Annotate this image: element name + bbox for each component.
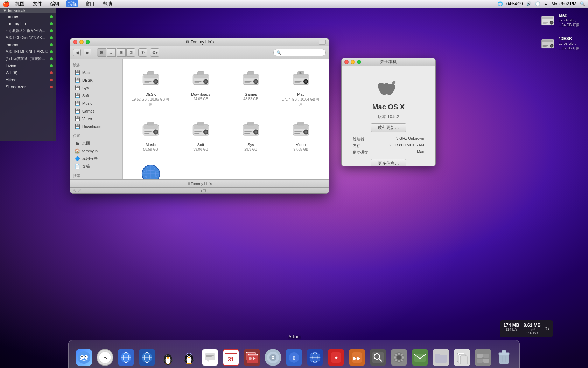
gear-button[interactable]: ⚙▾ bbox=[150, 48, 159, 57]
sidebar-mac[interactable]: 💾Mac bbox=[72, 69, 121, 76]
item-games[interactable]: Games 48.83 GB bbox=[229, 65, 273, 110]
dock-files[interactable] bbox=[452, 346, 472, 366]
menu-help[interactable]: 帮助 bbox=[102, 0, 113, 7]
about-close-button[interactable] bbox=[344, 60, 349, 64]
back-button[interactable]: ◀ bbox=[73, 49, 81, 56]
sidebar-docs[interactable]: 📄文稿 bbox=[72, 163, 121, 170]
software-update-button[interactable]: 软件更新… bbox=[371, 123, 406, 132]
item-video[interactable]: Video 97.65 GB bbox=[279, 115, 323, 154]
view-column-button[interactable]: ⊟ bbox=[117, 48, 126, 57]
dock-sysprefs[interactable] bbox=[389, 346, 409, 366]
forward-button[interactable]: ▶ bbox=[84, 49, 91, 56]
sidebar-item-tommy1[interactable]: tommy bbox=[0, 13, 56, 20]
sidebar-desk[interactable]: 💾DESK bbox=[72, 76, 121, 84]
svg-point-112 bbox=[186, 363, 189, 364]
dock-chat[interactable] bbox=[200, 346, 220, 366]
svg-point-107 bbox=[187, 355, 188, 356]
sidebar-item-tommylin[interactable]: Tommy Lin bbox=[0, 20, 56, 27]
about-max-button[interactable] bbox=[357, 60, 361, 64]
sidebar-item-will[interactable]: Will(#) bbox=[0, 69, 56, 76]
resize-button[interactable] bbox=[319, 40, 326, 45]
dock-folder[interactable] bbox=[431, 346, 451, 366]
resize-corner-1[interactable]: ⤡ bbox=[73, 188, 77, 193]
dock-network2[interactable] bbox=[137, 346, 157, 366]
menubar-right: 🌐 04:54:29 🔊 🕐 ▲ Mon 8:02 PM 🔍 bbox=[498, 1, 585, 6]
sidebar-downloads[interactable]: 💾Downloads bbox=[72, 123, 121, 130]
minimize-button[interactable] bbox=[79, 40, 84, 44]
dock-mail[interactable] bbox=[410, 346, 430, 366]
dock-orange-app[interactable]: ▶▶ bbox=[347, 346, 367, 366]
view-icon-button[interactable]: ⊞ bbox=[97, 48, 106, 57]
dock-clock[interactable] bbox=[95, 346, 115, 366]
search-input[interactable] bbox=[273, 49, 326, 56]
sidebar-home[interactable]: 🏠tommylin bbox=[72, 147, 121, 155]
item-sys[interactable]: Sys 29.3 GB bbox=[229, 115, 273, 154]
dock-cd[interactable] bbox=[263, 346, 283, 366]
dock-finder[interactable] bbox=[74, 346, 94, 366]
desktop-icon-desk[interactable]: *DESK 19.52 GB， ...86 GB 可用 bbox=[538, 34, 581, 53]
apple-menu[interactable]: 🍎 bbox=[3, 1, 10, 7]
sidebar-item-liviya[interactable]: Liviya bbox=[0, 62, 56, 69]
dock-globe[interactable] bbox=[305, 346, 325, 366]
item-network[interactable]: 网络 bbox=[128, 160, 173, 179]
svg-point-9 bbox=[551, 45, 552, 47]
sidebar-music[interactable]: 💾Music bbox=[72, 100, 121, 107]
maximize-button[interactable] bbox=[86, 40, 90, 44]
svg-rect-158 bbox=[460, 356, 467, 364]
dock-spotlight[interactable] bbox=[368, 346, 388, 366]
menu-capture[interactable]: 捕捉 bbox=[66, 0, 78, 7]
sidebar-item-shoegazer[interactable]: Shoegazer bbox=[0, 83, 56, 90]
sidebar-video[interactable]: 💾Video bbox=[72, 115, 121, 122]
eye-button[interactable]: 👁 bbox=[138, 48, 147, 57]
sidebar-item-live[interactable]: (#) Live英汉通（直接输… bbox=[0, 55, 56, 62]
sidebar-item-pcp[interactable]: M群-PCPChina官方MS… bbox=[0, 34, 56, 41]
dock-gallery[interactable] bbox=[473, 346, 493, 366]
dock-trash[interactable] bbox=[494, 346, 514, 366]
dock-photos[interactable] bbox=[242, 346, 262, 366]
sidebar-item-alfred[interactable]: Alfred bbox=[0, 76, 56, 83]
svg-rect-67 bbox=[294, 131, 302, 132]
sidebar-item-tommy2[interactable]: tommy bbox=[0, 41, 56, 48]
item-soft[interactable]: Soft 39.06 GB bbox=[178, 115, 223, 154]
close-button[interactable] bbox=[73, 40, 77, 44]
view-cover-button[interactable]: ⊠ bbox=[126, 48, 135, 57]
sidebar-apps[interactable]: 🔷应用程序 bbox=[72, 155, 121, 162]
spotlight-icon bbox=[370, 349, 386, 366]
menu-edit[interactable]: 编辑 bbox=[49, 0, 61, 7]
menu-window[interactable]: 窗口 bbox=[84, 0, 96, 7]
dock-calendar[interactable]: 31 bbox=[221, 346, 241, 366]
svg-rect-55 bbox=[197, 122, 204, 125]
menubar-search-icon[interactable]: 🔍 bbox=[580, 1, 585, 6]
dock-network1[interactable] bbox=[116, 346, 136, 366]
finder-grid: DESK 19.52 GB，18.86 GB 可用 bbox=[128, 65, 323, 179]
dock-red-app[interactable]: ✦ bbox=[326, 346, 346, 366]
svg-rect-17 bbox=[144, 82, 149, 83]
menu-grabtool[interactable]: 抓图 bbox=[14, 0, 26, 7]
item-mac[interactable]: Mac Mac 17.74 GB，10.04 GB 可用 bbox=[279, 65, 323, 110]
about-mac-window: 关于本机 Mac OS X 版本 10.5.2 软件更新… 处理器 3 GHz … bbox=[341, 58, 436, 166]
sidebar-soft[interactable]: 💾Soft bbox=[72, 92, 121, 99]
more-info-button[interactable]: 更多信息… bbox=[371, 159, 406, 166]
item-music[interactable]: Music 58.59 GB bbox=[128, 115, 173, 154]
sidebar-item-robot[interactable]: ～小机器人》输入″外语… bbox=[0, 27, 56, 34]
sidebar-sys[interactable]: 💾Sys bbox=[72, 84, 121, 91]
dock-adium[interactable] bbox=[158, 346, 178, 366]
item-desk[interactable]: DESK 19.52 GB，18.86 GB 可用 bbox=[128, 65, 173, 110]
menu-file[interactable]: 文件 bbox=[31, 0, 43, 7]
svg-rect-57 bbox=[244, 125, 258, 129]
sidebar-games[interactable]: 💾Games bbox=[72, 107, 121, 115]
disk-row: 启动磁盘 Mac bbox=[347, 149, 430, 156]
dock-penguin[interactable] bbox=[179, 346, 199, 366]
desktop-icon-mac[interactable]: Mac 17.74 GB， ...04 GB 可用 bbox=[538, 11, 581, 30]
about-min-button[interactable] bbox=[351, 60, 355, 64]
sidebar-item-themex[interactable]: M群-THEMEX.NET MSN群 bbox=[0, 48, 56, 55]
svg-rect-30 bbox=[244, 81, 252, 82]
desktop-icons: Mac 17.74 GB， ...04 GB 可用 *DESK 19.52 GB… bbox=[538, 11, 581, 53]
item-downloads[interactable]: Downloads 24.65 GB bbox=[178, 65, 223, 110]
view-list-button[interactable]: ≡ bbox=[107, 48, 116, 57]
resize-corner-2[interactable]: ⤢ bbox=[78, 188, 82, 193]
sidebar-desktop[interactable]: 🖥桌面 bbox=[72, 139, 121, 147]
refresh-icon[interactable]: ↻ bbox=[545, 326, 550, 332]
chat-icon bbox=[202, 349, 218, 366]
dock-ie[interactable]: e bbox=[284, 346, 304, 366]
